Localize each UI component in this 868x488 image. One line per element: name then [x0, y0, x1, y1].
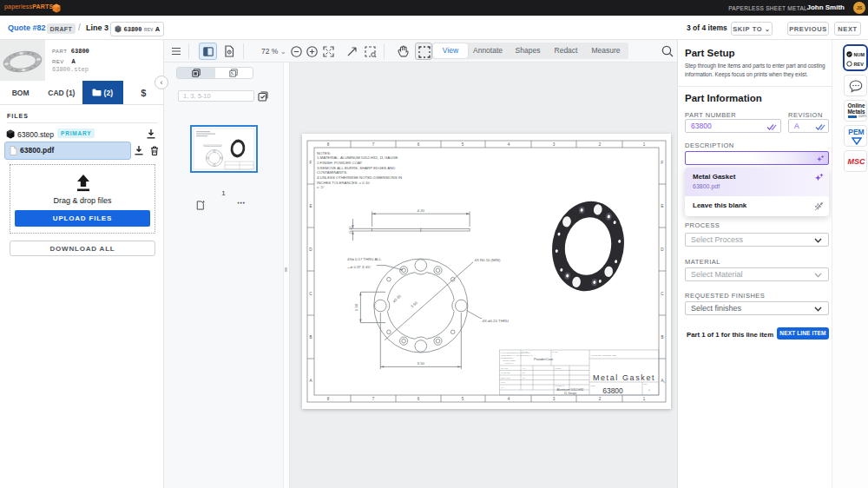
svg-text:0.12: 0.12: [348, 226, 352, 234]
svg-text:6: 6: [418, 397, 420, 401]
svg-text:8: 8: [327, 142, 330, 147]
svg-text:7: 7: [372, 397, 375, 401]
svg-text:MATERIAL: MATERIAL: [556, 385, 566, 386]
svg-text:1.60: 1.60: [354, 303, 358, 311]
svg-text:DRAWN: DRAWN: [501, 367, 509, 369]
svg-text:2.FINISH: POWDER COAT: 2.FINISH: POWDER COAT: [317, 161, 363, 165]
svg-text:TOLERANCES: TOLERANCES: [503, 359, 516, 361]
svg-text:2: 2: [599, 142, 602, 147]
svg-text:B: B: [309, 335, 312, 340]
svg-text:4.UNLESS OTHERWISE NOTED DIMEN: 4.UNLESS OTHERWISE NOTED DIMENSIONS IN: [317, 175, 402, 180]
svg-text:63800: 63800: [602, 386, 623, 395]
svg-text:NOTES:: NOTES:: [317, 151, 331, 155]
svg-text:NAME: NAME: [523, 351, 529, 353]
svg-text:2: 2: [599, 397, 602, 401]
svg-text:1: 1: [643, 142, 646, 147]
svg-text:FINISH: FINISH: [556, 367, 562, 369]
svg-text:5: 5: [462, 142, 464, 147]
svg-text:4X⌀ 0.17 THRU ALL: 4X⌀ 0.17 THRU ALL: [347, 257, 382, 261]
svg-text:4X ⌀0.20 THRU: 4X ⌀0.20 THRU: [483, 319, 509, 323]
svg-text:4.20: 4.20: [418, 208, 425, 213]
svg-text:6: 6: [418, 142, 420, 147]
svg-text:^: ^: [648, 388, 650, 392]
svg-text:E: E: [661, 204, 663, 208]
svg-text:⌄⌀ 0.37 X 45°: ⌄⌀ 0.37 X 45°: [347, 265, 372, 269]
svg-text:3: 3: [553, 142, 556, 147]
svg-text:PowderCoat: PowderCoat: [534, 357, 554, 361]
svg-text:3.50: 3.50: [418, 361, 425, 366]
svg-text:1: 1: [643, 397, 646, 401]
svg-text:SIZE: SIZE: [591, 385, 595, 386]
svg-text:ENG APPR: ENG APPR: [501, 377, 511, 379]
svg-text:8: 8: [327, 397, 330, 401]
svg-text:3: 3: [553, 397, 556, 401]
svg-text:11 Gauge: 11 Gauge: [564, 392, 577, 395]
svg-text:1.MATERIAL: ALUMINUM 5052-H3: 1.MATERIAL: ALUMINUM 5052-H32, 11 GAUGE: [317, 155, 398, 160]
svg-text:3.REMOVE ALL BURRS, SHARP EDGE: 3.REMOVE ALL BURRS, SHARP EDGES AND: [317, 166, 395, 170]
svg-text:CHECKED: CHECKED: [501, 372, 510, 373]
svg-text:APPROVED AND RELEASED: APPROVED AND RELEASED: [591, 354, 617, 356]
svg-text:4: 4: [508, 142, 510, 147]
svg-text:DIMENSIONS: DIMENSIONS: [501, 357, 513, 359]
svg-text:5: 5: [462, 397, 464, 401]
svg-text:7: 7: [372, 142, 375, 147]
svg-text:MFG: MFG: [501, 381, 505, 383]
svg-text:ANGULAR: ANGULAR: [504, 362, 514, 364]
svg-text:REV: REV: [644, 383, 648, 385]
svg-text:E: E: [309, 204, 312, 208]
svg-text:DATE: DATE: [553, 351, 558, 353]
svg-text:4: 4: [508, 397, 510, 401]
svg-text:^: ^: [664, 380, 666, 385]
svg-text:Metal Gasket: Metal Gasket: [593, 373, 655, 382]
svg-text:4X R0.10 (MIN): 4X R0.10 (MIN): [475, 258, 501, 262]
svg-text:F: F: [661, 161, 664, 165]
svg-text:Q.A.: Q.A.: [501, 386, 505, 388]
svg-text:INCHES TOLERANCES: ± 0.10: INCHES TOLERANCES: ± 0.10: [317, 181, 370, 185]
svg-text:± .5°: ± .5°: [317, 185, 325, 189]
svg-text:F: F: [310, 161, 312, 165]
svg-text:B: B: [661, 335, 663, 340]
svg-text:CONFIDENTIAL AND PROPRIETARY: CONFIDENTIAL AND PROPRIETARY: [501, 354, 534, 356]
svg-text:CONTAMINANTS.: CONTAMINANTS.: [317, 170, 347, 175]
